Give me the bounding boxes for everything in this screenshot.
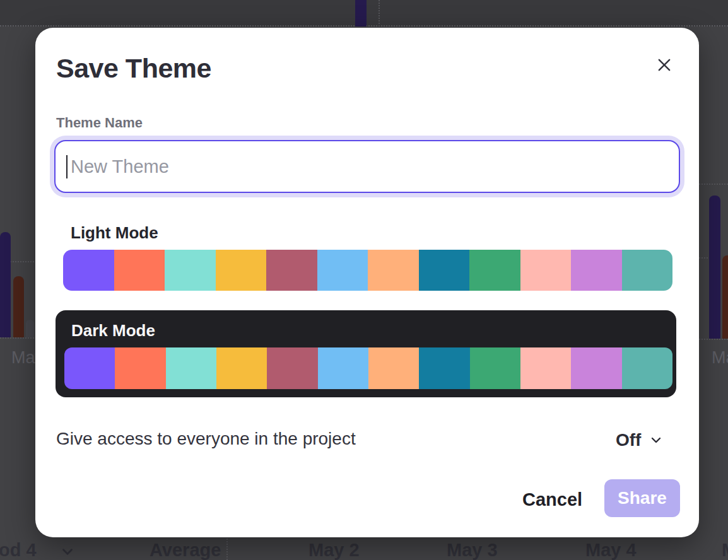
color-swatch (318, 347, 368, 389)
dark-mode-palette (64, 347, 672, 389)
share-button[interactable]: Share (604, 479, 680, 517)
axis-baseline (0, 337, 37, 339)
gridline-horizontal (699, 257, 708, 259)
color-swatch (115, 347, 165, 389)
light-mode-palette (63, 250, 672, 291)
background-bar (722, 255, 728, 339)
axis-baseline (699, 339, 728, 340)
background-bar (26, 320, 34, 337)
color-swatch (166, 347, 216, 389)
color-swatch (216, 347, 267, 389)
color-swatch (114, 250, 165, 291)
color-swatch (571, 347, 621, 389)
background-top-band (0, 0, 728, 26)
color-swatch (266, 250, 317, 291)
color-swatch (419, 347, 469, 389)
color-swatch (419, 250, 470, 291)
axis-label-right: Ma (712, 348, 728, 368)
color-swatch (520, 347, 571, 389)
gridline-horizontal (694, 184, 728, 185)
background-bar (709, 195, 720, 339)
close-icon (655, 56, 673, 74)
color-swatch (216, 250, 267, 291)
access-dropdown[interactable]: Off (616, 426, 664, 454)
color-swatch (317, 250, 368, 291)
color-swatch (165, 250, 216, 291)
gridline-vertical (379, 0, 380, 26)
color-swatch (267, 347, 317, 389)
x-axis-label-right-partial: M (722, 540, 728, 560)
color-swatch (622, 250, 673, 291)
color-swatch (368, 250, 419, 291)
x-axis-label-may3: May 3 (447, 540, 498, 560)
color-swatch (571, 250, 622, 291)
x-axis-label-average: Average (150, 540, 221, 560)
color-swatch (520, 250, 572, 291)
color-swatch (470, 347, 520, 389)
chevron-down-icon (649, 433, 664, 448)
cancel-button[interactable]: Cancel (516, 484, 589, 515)
background-bar (0, 232, 11, 337)
color-swatch (63, 250, 114, 291)
light-mode-label: Light Mode (71, 223, 158, 243)
color-swatch (622, 347, 672, 389)
theme-name-label: Theme Name (56, 115, 143, 131)
save-theme-dialog: Save Theme Theme Name Light Mode Dark Mo… (35, 28, 699, 537)
color-swatch (469, 250, 520, 291)
x-axis-label-period[interactable]: od 4 (0, 540, 37, 560)
gridline-vertical (226, 536, 228, 560)
color-swatch (368, 347, 419, 389)
x-axis-label-may2: May 2 (308, 540, 360, 560)
dark-mode-label: Dark Mode (71, 321, 155, 341)
dark-mode-card: Dark Mode (56, 310, 676, 397)
text-cursor (66, 155, 68, 178)
color-swatch (64, 347, 115, 389)
dialog-title: Save Theme (56, 53, 211, 84)
close-button[interactable] (649, 49, 680, 81)
theme-name-input[interactable] (54, 140, 680, 193)
access-toggle-label: Give access to everyone in the project (56, 429, 356, 449)
background-bar (13, 276, 24, 337)
chevron-down-icon[interactable] (59, 544, 76, 560)
background-bar (355, 0, 367, 26)
access-dropdown-value: Off (616, 430, 641, 450)
x-axis-label-may4: May 4 (585, 540, 637, 560)
